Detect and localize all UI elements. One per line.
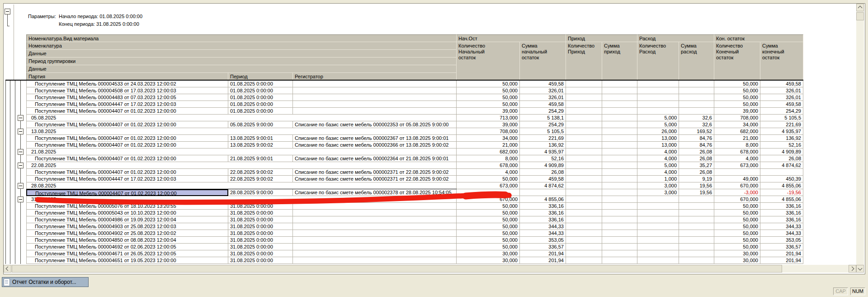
value-cell[interactable]: 8,000 (457, 155, 520, 162)
value-cell[interactable]: 670,000 (714, 196, 760, 203)
registrator-cell[interactable]: Списание по базис смете мебель 000002367… (293, 135, 457, 142)
value-cell[interactable]: 3,000 (637, 189, 679, 196)
value-cell[interactable]: 336,16 (520, 210, 566, 216)
header-group-1[interactable]: Приход (566, 34, 637, 42)
value-cell[interactable]: 682,000 (457, 148, 520, 155)
group-date-cell[interactable]: 22.08.2025 (26, 162, 457, 169)
value-cell[interactable]: 50,000 (457, 94, 520, 101)
value-cell[interactable]: 4 935,97 (520, 148, 566, 155)
period-cell[interactable]: 28.08.2025 9:00:00 (228, 189, 293, 196)
header-row-2[interactable]: Данные (26, 50, 457, 57)
value-cell[interactable]: 50,000 (457, 81, 520, 87)
value-cell[interactable]: 670,000 (457, 196, 520, 203)
value-cell[interactable]: 32,6 (679, 121, 714, 128)
registrator-cell[interactable]: Списание по базис смете мебель 000002371… (293, 169, 457, 176)
period-cell[interactable]: 01.08.2025 0:00:00 (228, 94, 293, 101)
value-cell[interactable]: 201,94 (520, 257, 566, 264)
value-cell[interactable]: 50,000 (714, 210, 760, 216)
partiya-cell[interactable]: Поступление ТМЦ Мебель 000004447 от 17.0… (26, 101, 228, 108)
partiya-cell[interactable]: Поступление ТМЦ Мебель 000004671 от 26.0… (26, 250, 228, 257)
value-cell[interactable] (602, 230, 637, 237)
period-cell[interactable]: 31.08.2025 0:00:00 (228, 257, 293, 264)
value-cell[interactable] (637, 94, 679, 101)
value-cell[interactable]: 9,19 (679, 176, 714, 182)
value-cell[interactable] (637, 237, 679, 244)
value-cell[interactable] (602, 244, 637, 250)
value-cell[interactable]: 39,000 (457, 121, 520, 128)
value-cell[interactable]: 19,56 (679, 189, 714, 196)
partiya-cell[interactable]: Поступление ТМЦ Мебель 000004407 от 01.0… (26, 142, 228, 148)
value-cell[interactable] (566, 216, 602, 223)
registrator-cell[interactable]: Списание по базис смете мебель 000002353… (293, 121, 457, 128)
value-cell[interactable] (602, 196, 637, 203)
value-cell[interactable]: 50,000 (457, 210, 520, 216)
value-cell[interactable] (566, 135, 602, 142)
value-cell[interactable]: 4 855,06 (520, 196, 566, 203)
value-cell[interactable] (602, 162, 637, 169)
value-cell[interactable]: 708,000 (714, 115, 760, 121)
value-cell[interactable]: 52,16 (520, 155, 566, 162)
value-cell[interactable] (637, 81, 679, 87)
value-cell[interactable] (679, 230, 714, 237)
header-sub-2[interactable]: Количество Приход (566, 42, 602, 81)
value-cell[interactable]: 50,000 (714, 223, 760, 230)
value-cell[interactable]: 4 909,89 (520, 162, 566, 169)
value-cell[interactable]: 201,94 (760, 257, 803, 264)
value-cell[interactable]: 713,000 (457, 115, 520, 121)
value-cell[interactable] (520, 189, 566, 196)
period-cell[interactable]: 01.08.2025 0:00:00 (228, 81, 293, 87)
value-cell[interactable]: 4 935,97 (760, 128, 803, 135)
value-cell[interactable] (566, 257, 602, 264)
horizontal-scrollbar-thumb[interactable] (12, 265, 782, 273)
value-cell[interactable]: 682,000 (714, 128, 760, 135)
value-cell[interactable] (566, 101, 602, 108)
value-cell[interactable]: 50,000 (714, 237, 760, 244)
value-cell[interactable] (637, 196, 679, 203)
partiya-cell[interactable]: Поступление ТМЦ Мебель 000004651 от 19.0… (26, 257, 228, 264)
value-cell[interactable] (602, 223, 637, 230)
value-cell[interactable] (602, 176, 637, 182)
value-cell[interactable]: 169,52 (679, 128, 714, 135)
value-cell[interactable] (566, 237, 602, 244)
value-cell[interactable] (679, 94, 714, 101)
value-cell[interactable] (637, 216, 679, 223)
value-cell[interactable] (637, 257, 679, 264)
registrator-cell[interactable]: Списание по базис смете мебель 000002378… (293, 189, 457, 196)
value-cell[interactable] (760, 169, 803, 176)
value-cell[interactable]: -3,000 (714, 189, 760, 196)
value-cell[interactable]: 459,58 (520, 81, 566, 87)
partiya-cell[interactable]: Поступление ТМЦ Мебель 000004407 от 01.0… (26, 108, 228, 115)
period-cell[interactable]: 01.08.2025 0:00:00 (228, 87, 293, 94)
value-cell[interactable]: 670,000 (714, 182, 760, 189)
value-cell[interactable]: 708,000 (457, 128, 520, 135)
registrator-cell[interactable] (293, 250, 457, 257)
value-cell[interactable]: 459,58 (520, 101, 566, 108)
value-cell[interactable]: 34,000 (457, 135, 520, 142)
value-cell[interactable]: 50,000 (457, 203, 520, 210)
registrator-cell[interactable] (293, 101, 457, 108)
registrator-cell[interactable] (293, 216, 457, 223)
value-cell[interactable] (602, 148, 637, 155)
registrator-cell[interactable] (293, 244, 457, 250)
value-cell[interactable]: 221,69 (520, 135, 566, 142)
value-cell[interactable]: 50,000 (714, 87, 760, 94)
value-cell[interactable] (566, 87, 602, 94)
value-cell[interactable] (602, 94, 637, 101)
value-cell[interactable]: 5,000 (637, 115, 679, 121)
header-row-1[interactable]: Номенклатура (26, 42, 457, 50)
header-group-3[interactable]: Кон. остаток (714, 34, 803, 42)
value-cell[interactable] (602, 250, 637, 257)
value-cell[interactable]: 326,01 (760, 94, 803, 101)
value-cell[interactable]: 344,33 (760, 223, 803, 230)
value-cell[interactable] (679, 244, 714, 250)
header-sub-1[interactable]: Сумма начальный остаток (520, 42, 566, 81)
period-cell[interactable]: 01.08.2025 0:00:00 (228, 108, 293, 115)
period-cell[interactable]: 22.08.2025 9:00:02 (228, 169, 293, 176)
partiya-cell[interactable]: Поступление ТМЦ Мебель 000004902 от 25.0… (26, 230, 228, 237)
value-cell[interactable]: 34,000 (714, 121, 760, 128)
value-cell[interactable]: 26,08 (760, 155, 803, 162)
group-date-cell[interactable]: 21.08.2025 (26, 148, 457, 155)
value-cell[interactable] (602, 257, 637, 264)
period-cell[interactable]: 05.08.2025 9:00:00 (228, 121, 293, 128)
value-cell[interactable] (679, 108, 714, 115)
